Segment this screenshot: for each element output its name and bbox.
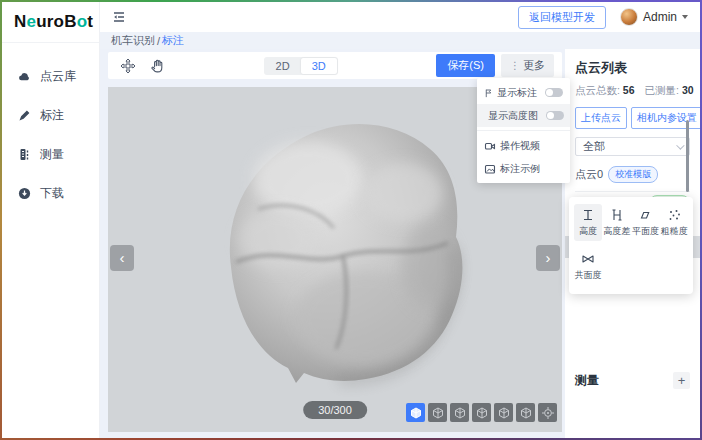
breadcrumb: 机车识别 / 标注: [100, 32, 700, 49]
measure-type-grid: 高度 高度差 平面度 粗糙度 共面度: [574, 204, 688, 285]
app-logo: NeuroBot: [2, 2, 99, 43]
logo-gear-e: e: [26, 12, 36, 32]
cube-view-top-button[interactable]: [516, 403, 535, 422]
cube-view-default-button[interactable]: [406, 403, 425, 422]
collapse-sidebar-icon[interactable]: [112, 10, 126, 24]
upload-pointcloud-button[interactable]: 上传点云: [575, 107, 627, 129]
panel-title: 点云列表: [575, 59, 690, 77]
menu-item-tutorial-video[interactable]: 操作视频: [477, 134, 570, 157]
measure-type-coplanarity[interactable]: 共面度: [574, 248, 602, 285]
menu-item-label: 操作视频: [500, 139, 540, 153]
menu-item-label: 显示高度图: [488, 109, 538, 123]
total-label: 点云总数:: [575, 84, 620, 96]
breadcrumb-parent[interactable]: 机车识别: [111, 33, 155, 48]
sidebar-item-label: 点云库: [40, 68, 76, 85]
menu-item-label: 标注示例: [500, 162, 540, 176]
measured-value: 30: [682, 84, 694, 96]
sidebar-menu: 点云库 标注 测量 下载: [2, 43, 99, 213]
sidebar-item-annotate[interactable]: 标注: [2, 96, 99, 135]
view-mode-wrap: 2D 3D: [165, 57, 436, 75]
logo-text: o: [54, 12, 65, 32]
template-pointcloud-row[interactable]: 点云0 校准模版: [575, 166, 690, 192]
pen-icon: [18, 109, 31, 122]
video-icon: [484, 140, 496, 152]
cube-view-front-button[interactable]: [428, 403, 447, 422]
screenshot-frame: NeuroBot 点云库 标注 测量 下载 返回模型开发: [0, 0, 702, 440]
sidebar-item-label: 标注: [40, 107, 64, 124]
more-button-label: 更多: [523, 58, 545, 73]
pagination-indicator: 30/300: [303, 401, 367, 419]
logo-gear-o: o: [77, 12, 88, 32]
move-tool-icon[interactable]: [120, 58, 136, 74]
roughness-icon: [667, 208, 681, 222]
pointcloud-name: 点云0: [575, 167, 603, 182]
calibration-template-badge: 校准模版: [608, 166, 658, 183]
username: Admin: [643, 10, 677, 24]
measure-type-flatness[interactable]: 平面度: [632, 204, 660, 241]
filter-selected-value: 全部: [583, 139, 676, 154]
app-window: NeuroBot 点云库 标注 测量 下载 返回模型开发: [2, 2, 700, 438]
cube-view-right-button[interactable]: [494, 403, 513, 422]
save-button[interactable]: 保存(S): [436, 54, 495, 77]
flatness-icon: [638, 208, 652, 222]
cube-view-left-button[interactable]: [472, 403, 491, 422]
menu-item-label: 显示标注: [497, 86, 537, 100]
flag-icon: [484, 87, 493, 99]
measure-icon: [18, 148, 31, 161]
logo-text: N: [14, 12, 26, 32]
add-measurement-button[interactable]: +: [673, 372, 690, 389]
menu-item-show-annotations[interactable]: 显示标注: [477, 81, 570, 104]
filter-select[interactable]: 全部: [575, 137, 690, 156]
sidebar: NeuroBot 点云库 标注 测量 下载: [2, 2, 100, 438]
measure-section-header: 测量 +: [575, 364, 690, 389]
view-2d-button[interactable]: 2D: [265, 58, 301, 74]
logo-text: t: [87, 12, 93, 32]
measure-type-height-diff[interactable]: 高度差: [603, 204, 631, 241]
measured-label: 已测量:: [645, 84, 679, 96]
menu-item-show-heightmap[interactable]: 显示高度图: [477, 104, 570, 127]
sidebar-item-pointcloud-library[interactable]: 点云库: [2, 57, 99, 96]
view-3d-button[interactable]: 3D: [301, 58, 337, 74]
prev-image-button[interactable]: ‹: [110, 245, 134, 271]
menu-item-annotation-example[interactable]: 标注示例: [477, 157, 570, 180]
panel-buttons: 上传点云 相机内参设置: [575, 107, 690, 129]
height-diff-icon: [610, 208, 624, 222]
top-header: 返回模型开发 Admin: [100, 2, 700, 32]
cloud-icon: [18, 70, 31, 83]
measure-type-label: 高度差: [603, 225, 630, 238]
vertical-dots-icon: ⋮: [510, 60, 520, 71]
measure-type-height[interactable]: 高度: [574, 204, 602, 241]
image-icon: [484, 163, 496, 175]
sidebar-item-download[interactable]: 下载: [2, 174, 99, 213]
measure-type-label: 平面度: [632, 225, 659, 238]
show-heightmap-toggle[interactable]: [546, 111, 564, 120]
logo-text: B: [64, 12, 76, 32]
more-button[interactable]: ⋮ 更多: [501, 54, 554, 77]
show-annotations-toggle[interactable]: [545, 88, 563, 97]
view-orientation-buttons: [406, 403, 557, 422]
download-icon: [18, 187, 31, 200]
menu-divider: [477, 130, 570, 131]
tool-icons: [116, 58, 165, 74]
recenter-view-button[interactable]: [538, 403, 557, 422]
measure-type-label: 共面度: [574, 269, 601, 282]
next-image-button[interactable]: ›: [536, 245, 560, 271]
camera-intrinsics-button[interactable]: 相机内参设置: [631, 107, 700, 129]
sidebar-item-label: 下载: [40, 185, 64, 202]
height-icon: [581, 208, 595, 222]
sidebar-item-measure[interactable]: 测量: [2, 135, 99, 174]
pointcloud-list-panel: 点云列表 点云总数: 56 已测量: 30 上传点云 相机内参设置 全部 点云0…: [565, 49, 700, 438]
breadcrumb-current: 标注: [162, 33, 184, 48]
hand-tool-icon[interactable]: [150, 58, 165, 74]
sidebar-item-label: 测量: [40, 146, 64, 163]
back-to-model-dev-button[interactable]: 返回模型开发: [518, 6, 606, 29]
cube-view-back-button[interactable]: [450, 403, 469, 422]
user-menu[interactable]: Admin: [620, 8, 688, 26]
measure-type-roughness[interactable]: 粗糙度: [660, 204, 688, 241]
coplanarity-icon: [581, 252, 595, 266]
more-dropdown-menu: 显示标注 显示高度图 操作视频 标注示例: [477, 78, 570, 183]
list-scrollbar[interactable]: [686, 120, 689, 192]
total-value: 56: [623, 84, 635, 96]
canvas-toolbar: 2D 3D 保存(S) ⋮ 更多: [108, 52, 562, 79]
measure-type-popup: 高度 高度差 平面度 粗糙度 共面度: [569, 197, 693, 294]
